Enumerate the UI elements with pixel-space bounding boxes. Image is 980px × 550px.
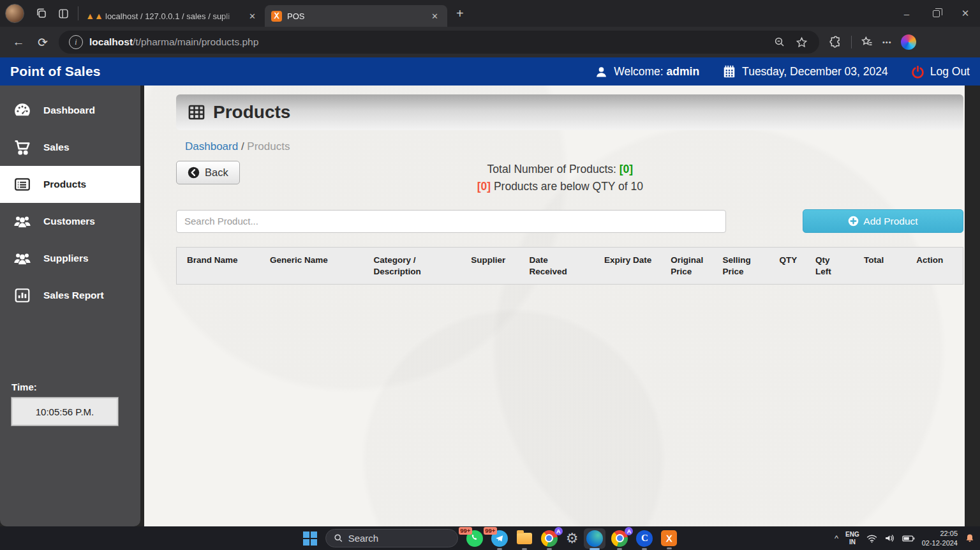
taskbar-chrome-2[interactable]: A [611, 530, 628, 547]
clock[interactable]: 22:0502-12-2024 [922, 529, 958, 547]
sidebar-item-customers[interactable]: Customers [0, 203, 140, 240]
breadcrumb-current: Products [247, 140, 290, 152]
products-table-header: Brand Name Generic Name Category / Descr… [176, 247, 963, 285]
restore-button[interactable] [921, 0, 951, 27]
user-icon [595, 65, 608, 78]
logout-group[interactable]: Log Out [911, 65, 970, 78]
notification-bell-icon[interactable] [965, 533, 975, 544]
sidebar-item-label: Customers [43, 216, 95, 227]
taskbar-settings[interactable]: ⚙ [566, 531, 579, 546]
settings-more-icon[interactable]: ••• [882, 38, 892, 46]
taskbar-xampp[interactable]: ꓫ [661, 530, 677, 546]
favorites-bar-icon[interactable] [861, 36, 873, 48]
tab-close-icon[interactable]: ✕ [246, 11, 258, 21]
sidebar-item-sales[interactable]: Sales [0, 129, 140, 166]
table-icon [188, 103, 205, 121]
breadcrumb-separator: / [238, 140, 247, 152]
sidebar-item-label: Suppliers [43, 253, 89, 264]
close-button[interactable]: ✕ [951, 0, 980, 27]
running-indicator [522, 548, 527, 550]
tray-chevron-icon[interactable]: ^ [835, 533, 838, 543]
windows-taskbar: Search 99+ 99+ A ⚙ A [0, 526, 980, 550]
column-header-brand-name: Brand Name [177, 248, 265, 284]
wifi-icon[interactable] [866, 534, 877, 543]
extensions-icon[interactable] [829, 36, 842, 48]
calendar-icon [722, 64, 736, 78]
tab-actions-icon[interactable] [52, 4, 74, 23]
sidebar-item-dashboard[interactable]: Dashboard [0, 92, 140, 129]
folder-icon [516, 530, 533, 547]
customers-icon [11, 213, 33, 230]
sidebar-item-suppliers[interactable]: Suppliers [0, 240, 140, 277]
app-header-right: Welcome: admin Tuesday, December 03, 202… [578, 64, 970, 78]
toolbar-divider [851, 36, 852, 48]
time-display: 10:05:56 P.M. [11, 398, 118, 426]
column-header-category-description: Category / Description [369, 248, 466, 284]
suppliers-icon [11, 250, 33, 267]
restore-icon [933, 10, 940, 17]
plus-circle-icon [848, 216, 859, 227]
app-header: Point of Sales Welcome: admin Tuesday, D… [0, 57, 980, 85]
refresh-icon[interactable]: ⟳ [31, 31, 55, 53]
breadcrumb-dashboard-link[interactable]: Dashboard [185, 140, 238, 152]
bar-chart-icon [11, 287, 33, 304]
column-header-supplier: Supplier [466, 248, 524, 284]
new-tab-button[interactable]: + [447, 6, 473, 21]
sidebar-item-label: Dashboard [43, 105, 95, 116]
battery-icon[interactable] [902, 535, 915, 542]
minimize-button[interactable]: – [892, 0, 921, 27]
language-indicator[interactable]: ENGIN [845, 531, 859, 546]
browser-toolbar: ← ⟳ i localhost/t/pharma/main/products.p… [0, 27, 980, 57]
sidebar-item-products[interactable]: Products [0, 166, 140, 203]
workspaces-icon[interactable] [31, 4, 52, 23]
url-host: localhost [89, 36, 133, 47]
browser-tab-pos[interactable]: ꓫ POS ✕ [265, 5, 447, 27]
volume-icon[interactable] [884, 533, 895, 543]
browser-tab-phpmyadmin[interactable]: ▲▲ localhost / 127.0.0.1 / sales / supli… [82, 5, 265, 27]
xampp-favicon: ꓫ [271, 11, 282, 22]
address-bar[interactable]: i localhost/t/pharma/main/products.php [59, 31, 819, 54]
breadcrumb: Dashboard / Products [185, 140, 962, 153]
tab-divider [78, 6, 78, 20]
site-info-icon[interactable]: i [69, 35, 83, 49]
phpmyadmin-favicon: ▲▲ [89, 10, 100, 22]
add-product-button[interactable]: Add Product [803, 209, 963, 233]
browser-profile-avatar[interactable] [5, 4, 24, 23]
taskbar-telegram[interactable]: 99+ [491, 530, 508, 547]
toolbar-right: ••• [829, 34, 916, 50]
zoom-out-icon[interactable] [774, 36, 785, 48]
url-text[interactable]: localhost/t/pharma/main/products.php [89, 36, 774, 48]
sidebar-item-sales-report[interactable]: Sales Report [0, 277, 140, 314]
below-qty-line: [0] Products are below QTY of 10 [240, 178, 880, 195]
taskbar-search[interactable]: Search [325, 529, 458, 547]
main-content: Products Dashboard / Products Back Total… [144, 85, 965, 526]
column-header-selling-price: Selling Price [718, 248, 766, 284]
page-body: Dashboard Sales Products Customers Suppl… [0, 85, 980, 526]
start-button[interactable] [303, 531, 317, 546]
back-button[interactable]: Back [176, 161, 240, 184]
taskbar-edge[interactable] [586, 530, 603, 547]
logout-label[interactable]: Log Out [930, 65, 970, 78]
xampp-icon: ꓫ [661, 530, 677, 546]
favorite-star-icon[interactable] [796, 36, 808, 48]
tab-close-icon[interactable]: ✕ [429, 11, 441, 21]
taskbar-file-explorer[interactable] [516, 530, 533, 547]
product-totals: Total Number of Products: [0] [0] Produc… [240, 161, 880, 195]
search-product-input[interactable] [176, 210, 726, 233]
running-indicator [547, 548, 552, 550]
column-header-qty-left: Qty Left [810, 248, 851, 284]
system-tray: ^ ENGIN 22:0502-12-2024 [835, 526, 975, 550]
screen: ▲▲ localhost / 127.0.0.1 / sales / supli… [0, 0, 980, 550]
cart-icon [11, 139, 33, 156]
app-title: Point of Sales [10, 64, 101, 79]
chrome-profile-badge: A [625, 527, 633, 535]
back-icon[interactable]: ← [6, 31, 31, 53]
copilot-icon[interactable] [901, 34, 916, 50]
username: admin [667, 65, 700, 78]
tab-title: localhost / 127.0.0.1 / sales / supli [105, 11, 241, 21]
power-icon [911, 65, 924, 78]
windows-logo-icon [303, 531, 317, 546]
taskbar-chrome[interactable]: A [541, 530, 558, 547]
taskbar-whatsapp[interactable]: 99+ [466, 530, 483, 547]
taskbar-app-c[interactable]: C [636, 530, 653, 547]
